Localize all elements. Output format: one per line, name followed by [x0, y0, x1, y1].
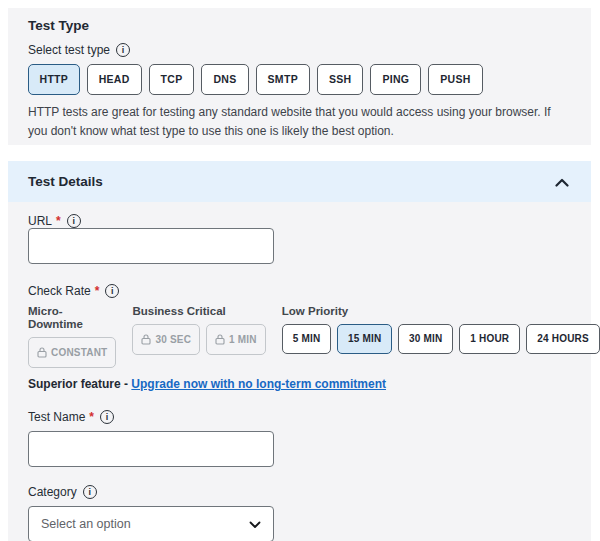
check-rate-15-min[interactable]: 15 MIN: [337, 324, 391, 354]
info-icon[interactable]: [116, 43, 130, 57]
check-rate-constant[interactable]: CONSTANT: [28, 337, 116, 368]
url-input[interactable]: [28, 228, 274, 264]
test-type-smtp[interactable]: SMTP: [256, 64, 310, 95]
required-marker: *: [56, 214, 61, 228]
category-select[interactable]: Select an option: [28, 506, 274, 541]
upsell-prefix: Superior feature -: [28, 377, 131, 391]
check-rate-1-hour[interactable]: 1 HOUR: [459, 324, 520, 354]
test-type-options: HTTP HEAD TCP DNS SMTP SSH PING PUSH: [28, 64, 571, 95]
category-label: Category: [28, 485, 571, 499]
select-test-type-text: Select test type: [28, 43, 110, 57]
test-name-label: Test Name *: [28, 410, 571, 424]
lock-icon: [141, 334, 151, 345]
upsell-message: Superior feature - Upgrade now with no l…: [28, 377, 571, 392]
chevron-up-icon[interactable]: [555, 173, 569, 191]
url-label: URL *: [28, 214, 571, 228]
test-type-dns[interactable]: DNS: [201, 64, 248, 95]
test-details-section: URL * Check Rate * Micro-Downtime CONSTA…: [8, 202, 591, 541]
check-rate-groups: Micro-Downtime CONSTANT Business Critica…: [28, 305, 571, 368]
test-details-title: Test Details: [28, 174, 103, 189]
test-type-description: HTTP tests are great for testing any sta…: [28, 103, 560, 140]
test-details-header[interactable]: Test Details: [8, 161, 591, 202]
test-type-section: Test Type Select test type HTTP HEAD TCP…: [8, 8, 591, 145]
category-select-value: Select an option: [41, 517, 131, 531]
test-type-http[interactable]: HTTP: [28, 64, 80, 95]
info-icon[interactable]: [83, 485, 97, 499]
check-rate-group-low-priority: Low Priority 5 MIN 15 MIN 30 MIN 1 HOUR …: [282, 305, 600, 368]
check-rate-1-min[interactable]: 1 MIN: [206, 324, 266, 355]
chevron-down-icon: [249, 515, 261, 533]
test-type-ping[interactable]: PING: [370, 64, 421, 95]
test-type-ssh[interactable]: SSH: [317, 64, 364, 95]
info-icon[interactable]: [67, 214, 81, 228]
check-rate-group-micro-downtime: Micro-Downtime CONSTANT: [28, 305, 116, 368]
test-type-push[interactable]: PUSH: [428, 64, 482, 95]
select-test-type-label: Select test type: [28, 43, 571, 57]
required-marker: *: [89, 410, 94, 424]
upgrade-link[interactable]: Upgrade now with no long-term commitment: [131, 377, 386, 391]
info-icon[interactable]: [105, 284, 119, 298]
lock-icon: [37, 347, 47, 358]
check-rate-24-hours[interactable]: 24 HOURS: [526, 324, 600, 354]
required-marker: *: [95, 284, 100, 298]
test-type-title: Test Type: [28, 18, 571, 33]
info-icon[interactable]: [100, 410, 114, 424]
check-rate-group-business-critical: Business Critical 30 SEC: [132, 305, 265, 368]
check-rate-label: Check Rate *: [28, 284, 571, 298]
check-rate-30-min[interactable]: 30 MIN: [398, 324, 453, 354]
check-rate-5-min[interactable]: 5 MIN: [282, 324, 332, 354]
check-rate-30-sec[interactable]: 30 SEC: [132, 324, 200, 355]
test-type-tcp[interactable]: TCP: [149, 64, 195, 95]
test-type-head[interactable]: HEAD: [87, 64, 142, 95]
test-name-input[interactable]: [28, 431, 274, 467]
lock-icon: [215, 334, 225, 345]
